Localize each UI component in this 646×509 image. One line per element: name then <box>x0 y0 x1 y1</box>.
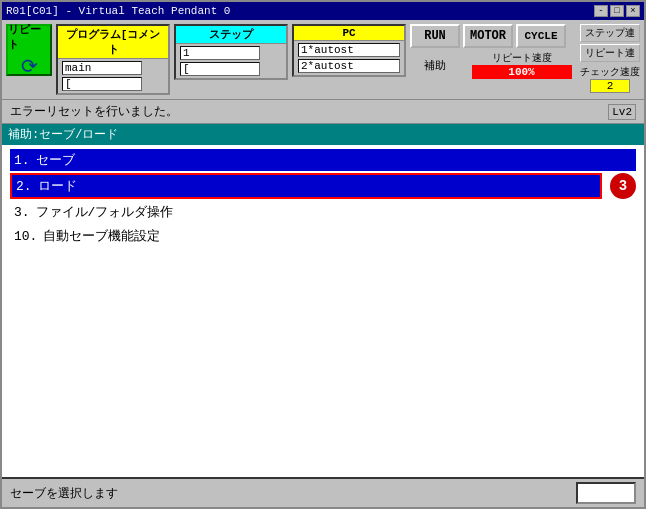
error-message: エラーリセットを行いました。 <box>10 103 178 120</box>
minimize-button[interactable]: - <box>594 5 608 17</box>
repeat-ren-button[interactable]: リピート連 <box>580 44 640 62</box>
step-bracket-box: [ <box>180 62 260 76</box>
menu-item-2-label: ロード <box>38 177 77 195</box>
pc-value1: 1*autost <box>298 43 400 57</box>
status-input-box[interactable] <box>576 482 636 504</box>
toolbar: リピート ⟳ プログラム[コメント main [ ステップ <box>2 20 644 100</box>
menu-item-10[interactable]: 10. 自動セーブ機能設定 <box>10 225 636 247</box>
check-speed-area: チェック速度 2 <box>580 65 640 93</box>
step-content: 1 [ <box>176 44 286 78</box>
step-value: 1 <box>180 46 260 60</box>
step-ren-area: ステップ連 リピート連 <box>580 24 640 62</box>
speed-bar: 100% <box>472 65 572 79</box>
menu-item-2[interactable]: 2. ロード <box>10 173 602 199</box>
step-ren-button[interactable]: ステップ連 <box>580 24 640 42</box>
top-buttons-row: RUN MOTOR CYCLE <box>410 24 574 48</box>
lv2-badge: Lv2 <box>608 104 636 120</box>
program-bracket-box: [ <box>62 77 142 91</box>
check-speed-label: チェック速度 <box>580 65 640 79</box>
menu-item-10-label: 自動セーブ機能設定 <box>43 227 160 245</box>
menu-item-2-row: 2. ロード 3 <box>10 173 636 199</box>
step-row2: [ <box>180 62 282 76</box>
step-bracket: [ <box>183 63 190 75</box>
program-value: main <box>62 61 142 75</box>
menu-item-3[interactable]: 3. ファイル/フォルダ操作 <box>10 201 636 223</box>
pc-header: PC <box>294 26 404 41</box>
step-box: ステップ 1 [ <box>174 24 288 80</box>
step-header: ステップ <box>176 26 286 44</box>
status-message: セーブを選択します <box>10 485 118 502</box>
maximize-button[interactable]: □ <box>610 5 624 17</box>
status-bar: セーブを選択します <box>2 477 644 507</box>
run-button[interactable]: RUN <box>410 24 460 48</box>
pc-content: 1*autost 2*autost <box>294 41 404 75</box>
speed-value: 100% <box>508 66 534 78</box>
right-buttons: RUN MOTOR CYCLE 補助 リピート速度 100% <box>410 24 574 79</box>
error-bar: エラーリセットを行いました。 Lv2 <box>2 100 644 124</box>
cycle-button[interactable]: CYCLE <box>516 24 566 48</box>
menu-item-2-number: 2. <box>16 179 32 194</box>
check-speed-number: 2 <box>607 80 614 92</box>
main-window: R01[C01] - Virtual Teach Pendant 0 - □ ×… <box>0 0 646 509</box>
menu-item-1-number: 1. <box>14 153 30 168</box>
check-speed-value: 2 <box>590 79 630 93</box>
title-bar-buttons: - □ × <box>594 5 640 17</box>
menu-item-1-label: セーブ <box>36 151 75 169</box>
motor-button[interactable]: MOTOR <box>463 24 513 48</box>
menu-item-1[interactable]: 1. セーブ <box>10 149 636 171</box>
ren-area: ステップ連 リピート連 チェック速度 2 <box>580 24 640 93</box>
program-header: プログラム[コメント <box>58 26 168 59</box>
pc-box: PC 1*autost 2*autost <box>292 24 406 77</box>
program-content: main [ <box>58 59 168 93</box>
program-bracket: [ <box>65 78 72 90</box>
repeat-icon: ⟳ <box>21 54 38 79</box>
bottom-labels-row: 補助 リピート速度 100% <box>410 51 574 79</box>
menu-item-10-number: 10. <box>14 229 37 244</box>
repeat-button[interactable]: リピート ⟳ <box>6 24 52 76</box>
program-row2: [ <box>62 77 164 91</box>
menu-area: 1. セーブ 2. ロード 3 3. ファイル/フォルダ操作 10. 自動セーブ… <box>2 145 644 477</box>
window-title: R01[C01] - Virtual Teach Pendant 0 <box>6 5 230 17</box>
program-box: プログラム[コメント main [ <box>56 24 170 95</box>
step-row1: 1 <box>180 46 282 60</box>
program-row1: main <box>62 61 164 75</box>
menu-item-3-number: 3. <box>14 205 30 220</box>
title-bar: R01[C01] - Virtual Teach Pendant 0 - □ × <box>2 2 644 20</box>
hojo-title-bar: 補助:セーブ/ロード <box>2 124 644 145</box>
repeat-label: リピート <box>8 22 50 52</box>
menu-item-3-label: ファイル/フォルダ操作 <box>36 203 174 221</box>
close-button[interactable]: × <box>626 5 640 17</box>
circle-badge: 3 <box>610 173 636 199</box>
pc-value2: 2*autost <box>298 59 400 73</box>
speed-group: リピート速度 100% <box>469 51 574 79</box>
hojo-label: 補助 <box>410 58 460 73</box>
speed-label: リピート速度 <box>492 51 552 65</box>
